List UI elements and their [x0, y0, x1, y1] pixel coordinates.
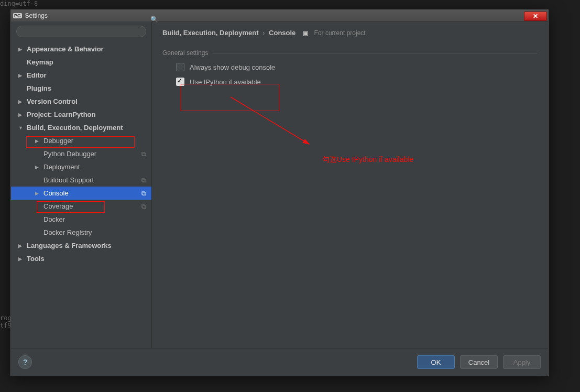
- tree-coverage[interactable]: ▶Coverage⧉: [11, 200, 151, 213]
- tree-debugger[interactable]: ▶Debugger: [11, 134, 151, 147]
- project-badge-icon: ⧉: [141, 190, 146, 197]
- search-input[interactable]: [16, 26, 146, 37]
- tree-editor[interactable]: ▶Editor: [11, 69, 151, 82]
- checkbox-unchecked-icon[interactable]: [176, 63, 184, 71]
- dialog-titlebar: PC Settings ✕: [11, 10, 548, 22]
- tree-keymap[interactable]: ▶Keymap: [11, 56, 151, 69]
- option-always-show-debug-console[interactable]: Always show debug console: [176, 63, 538, 71]
- section-general-settings: General settings: [162, 49, 538, 57]
- project-scope-icon: ▣: [303, 30, 308, 36]
- option-label: Always show debug console: [190, 63, 275, 71]
- tree-project[interactable]: ▶Project: LearnPython: [11, 108, 151, 121]
- settings-content: Build, Execution, Deployment › Console ▣…: [152, 21, 548, 349]
- tree-languages-frameworks[interactable]: ▶Languages & Frameworks: [11, 239, 151, 252]
- apply-button[interactable]: Apply: [503, 355, 541, 369]
- breadcrumb-build[interactable]: Build, Execution, Deployment: [162, 29, 258, 37]
- settings-tree: ▶Appearance & Behavior ▶Keymap ▶Editor ▶…: [11, 41, 151, 349]
- tree-version-control[interactable]: ▶Version Control: [11, 95, 151, 108]
- settings-dialog: PC Settings ✕ 🔍 ▶Appearance & Behavior ▶…: [10, 9, 549, 376]
- project-badge-icon: ⧉: [141, 177, 146, 184]
- cancel-button[interactable]: Cancel: [460, 355, 498, 369]
- tree-appearance-behavior[interactable]: ▶Appearance & Behavior: [11, 42, 151, 56]
- ok-button[interactable]: OK: [417, 355, 455, 369]
- settings-sidebar: 🔍 ▶Appearance & Behavior ▶Keymap ▶Editor…: [11, 21, 152, 349]
- background-code-bottom: rog tf9: [0, 314, 12, 329]
- project-badge-icon: ⧉: [141, 203, 146, 210]
- tree-python-debugger[interactable]: ▶Python Debugger⧉: [11, 147, 151, 160]
- breadcrumb: Build, Execution, Deployment › Console ▣…: [162, 29, 538, 37]
- close-button[interactable]: ✕: [524, 12, 547, 21]
- breadcrumb-console: Console: [269, 29, 296, 37]
- dialog-footer: ? OK Cancel Apply: [11, 348, 548, 376]
- checkbox-checked-icon[interactable]: [176, 78, 184, 86]
- tree-tools[interactable]: ▶Tools: [11, 252, 151, 265]
- tree-deployment[interactable]: ▶Deployment: [11, 160, 151, 173]
- background-code-top: ding=utf-8: [0, 0, 38, 7]
- breadcrumb-project-hint: For current project: [314, 29, 366, 37]
- app-icon: PC: [13, 13, 22, 18]
- option-use-ipython[interactable]: Use IPython if available: [176, 78, 538, 86]
- close-icon: ✕: [533, 13, 538, 19]
- tree-plugins[interactable]: ▶Plugins: [11, 82, 151, 95]
- tree-buildout-support[interactable]: ▶Buildout Support⧉: [11, 173, 151, 187]
- tree-docker[interactable]: ▶Docker: [11, 213, 151, 226]
- tree-build-execution-deployment[interactable]: ▼Build, Execution, Deployment: [11, 121, 151, 134]
- dialog-title: Settings: [25, 12, 48, 19]
- help-button[interactable]: ?: [18, 355, 32, 369]
- project-badge-icon: ⧉: [141, 150, 146, 158]
- tree-console[interactable]: ▶Console⧉: [11, 187, 151, 200]
- option-label: Use IPython if available: [190, 78, 261, 86]
- tree-docker-registry[interactable]: ▶Docker Registry: [11, 226, 151, 239]
